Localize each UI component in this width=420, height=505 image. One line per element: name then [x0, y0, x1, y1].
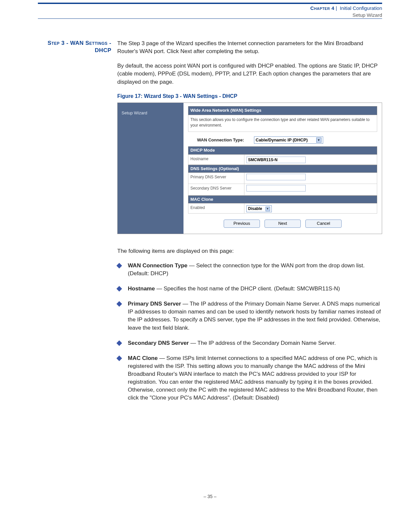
- chapter-title: Initial Configuration: [340, 5, 382, 11]
- mac-clone-heading: MAC Clone: [188, 195, 377, 203]
- list-item: Secondary DNS Server — The IP address of…: [117, 339, 382, 347]
- diamond-icon: [117, 301, 122, 307]
- primary-dns-label: Primary DNS Server: [188, 173, 244, 184]
- chevron-down-icon: ▾: [266, 207, 270, 211]
- diamond-icon: [117, 286, 122, 292]
- hostname-label: Hostname: [188, 155, 244, 164]
- list-item-desc: — Some ISPs limit Internet connections t…: [128, 355, 378, 401]
- wan-connection-type-select[interactable]: Cable/Dynamic IP (DHCP) ▾: [254, 136, 323, 144]
- chapter-label: Chapter 4: [310, 5, 334, 11]
- list-item-term: Hostname: [128, 285, 155, 292]
- wizard-sidebar: Setup Wizard: [118, 103, 183, 233]
- primary-dns-row: Primary DNS Server: [188, 173, 377, 184]
- previous-button[interactable]: Previous: [224, 220, 260, 227]
- diamond-icon: [117, 355, 122, 361]
- paragraph-intro-1: The Step 3 page of the Wizard specifies …: [117, 40, 382, 55]
- hostname-input[interactable]: SMCWBR11S-N: [246, 157, 306, 163]
- hostname-row: Hostname SMCWBR11S-N: [188, 155, 377, 165]
- list-item-desc: — Specifies the host name of the DHCP cl…: [155, 285, 340, 292]
- secondary-dns-input[interactable]: [246, 185, 306, 192]
- mac-enabled-label: Enabled: [188, 203, 244, 213]
- list-item-term: MAC Clone: [128, 355, 158, 361]
- list-item: MAC Clone — Some ISPs limit Internet con…: [117, 354, 382, 402]
- dns-settings-heading: DNS Settings (Optional): [188, 165, 377, 173]
- mac-enabled-value: Disable: [248, 206, 262, 212]
- header-separator: |: [336, 5, 337, 11]
- figure-caption: Figure 17: Wizard Step 3 - WAN Settings …: [117, 93, 382, 100]
- page-header: Chapter 4 | Initial Configuration Setup …: [38, 5, 382, 18]
- secondary-dns-label: Secondary DNS Server: [188, 184, 244, 195]
- list-item: WAN Connection Type — Select the connect…: [117, 262, 382, 278]
- paragraph-intro-2: By default, the access point WAN port is…: [117, 62, 382, 86]
- diamond-icon: [117, 340, 122, 346]
- secondary-dns-row: Secondary DNS Server: [188, 184, 377, 195]
- wan-settings-desc: This section allows you to configure the…: [188, 115, 377, 132]
- header-rule: [38, 18, 382, 19]
- chapter-subtitle: Setup Wizard: [38, 12, 382, 18]
- page-number: – 35 –: [0, 494, 420, 499]
- list-item-term: Primary DNS Server: [128, 301, 181, 307]
- list-intro: The following items are displayed on thi…: [117, 247, 382, 255]
- list-item-term: WAN Connection Type: [128, 262, 187, 269]
- dhcp-mode-heading: DHCP Mode: [188, 146, 377, 154]
- chevron-down-icon: ▾: [316, 137, 322, 143]
- wizard-main-panel: Wide Area Network (WAN) Settings This se…: [183, 103, 382, 233]
- wizard-sidebar-label: Setup Wizard: [122, 110, 147, 115]
- cancel-button[interactable]: Cancel: [305, 220, 342, 227]
- top-rule: [38, 3, 382, 4]
- wan-connection-type-value: Cable/Dynamic IP (DHCP): [256, 137, 308, 143]
- list-item-term: Secondary DNS Server: [128, 340, 189, 346]
- item-list: WAN Connection Type — Select the connect…: [117, 262, 382, 402]
- wan-connection-type-label: WAN Connection Type:: [188, 137, 254, 143]
- next-button[interactable]: Next: [265, 220, 301, 227]
- list-item: Hostname — Specifies the host name of th…: [117, 285, 382, 293]
- figure-screenshot: Setup Wizard Wide Area Network (WAN) Set…: [117, 103, 382, 234]
- section-side-heading: Step 3 - WAN Settings - DHCP: [38, 40, 117, 54]
- list-item: Primary DNS Server — The IP address of t…: [117, 300, 382, 332]
- list-item-desc: — The IP address of the Secondary Domain…: [189, 340, 336, 346]
- mac-enabled-row: Enabled Disable ▾: [188, 203, 377, 214]
- diamond-icon: [117, 263, 122, 268]
- wan-settings-title: Wide Area Network (WAN) Settings: [188, 106, 377, 115]
- primary-dns-input[interactable]: [246, 174, 306, 180]
- mac-enabled-select[interactable]: Disable ▾: [246, 205, 272, 212]
